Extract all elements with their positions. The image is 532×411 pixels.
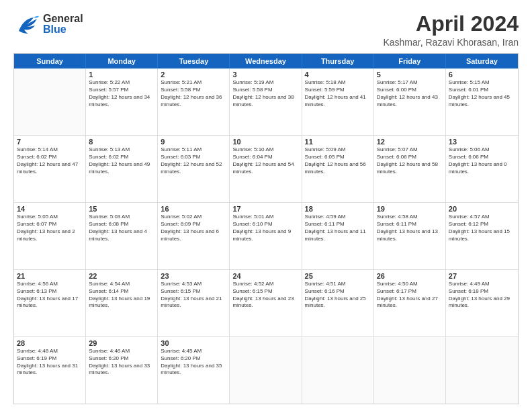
calendar-cell: 14Sunrise: 5:05 AM Sunset: 6:07 PM Dayli… <box>14 203 86 269</box>
calendar-cell: 20Sunrise: 4:57 AM Sunset: 6:12 PM Dayli… <box>446 203 518 269</box>
day-number: 29 <box>89 339 154 347</box>
day-number: 18 <box>305 205 371 213</box>
calendar-cell: 13Sunrise: 5:06 AM Sunset: 6:06 PM Dayli… <box>446 136 518 202</box>
cell-info: Sunrise: 5:10 AM Sunset: 6:04 PM Dayligh… <box>232 146 298 175</box>
day-number: 9 <box>161 138 226 146</box>
day-number: 16 <box>161 205 226 213</box>
subtitle: Kashmar, Razavi Khorasan, Iran <box>383 37 519 48</box>
calendar-cell: 15Sunrise: 5:03 AM Sunset: 6:08 PM Dayli… <box>86 203 158 269</box>
calendar-cell: 25Sunrise: 4:51 AM Sunset: 6:16 PM Dayli… <box>302 270 374 336</box>
cell-info: Sunrise: 5:21 AM Sunset: 5:58 PM Dayligh… <box>161 79 226 108</box>
header-day-sunday: Sunday <box>14 54 86 68</box>
cell-info: Sunrise: 5:07 AM Sunset: 6:06 PM Dayligh… <box>377 146 443 175</box>
calendar-row-4: 28Sunrise: 4:48 AM Sunset: 6:19 PM Dayli… <box>14 337 518 404</box>
day-number: 3 <box>232 71 298 79</box>
calendar-header: SundayMondayTuesdayWednesdayThursdayFrid… <box>14 54 518 68</box>
calendar-cell: 27Sunrise: 4:49 AM Sunset: 6:18 PM Dayli… <box>446 270 518 336</box>
calendar-cell <box>374 337 446 404</box>
calendar-cell: 30Sunrise: 4:45 AM Sunset: 6:20 PM Dayli… <box>158 337 230 404</box>
calendar-cell: 9Sunrise: 5:11 AM Sunset: 6:03 PM Daylig… <box>158 136 230 202</box>
header-day-thursday: Thursday <box>302 54 374 68</box>
day-number: 30 <box>161 339 226 347</box>
calendar-cell: 1Sunrise: 5:22 AM Sunset: 5:57 PM Daylig… <box>86 68 158 135</box>
calendar-cell <box>302 337 374 404</box>
calendar-row-2: 14Sunrise: 5:05 AM Sunset: 6:07 PM Dayli… <box>14 203 518 270</box>
cell-info: Sunrise: 4:58 AM Sunset: 6:11 PM Dayligh… <box>377 214 443 242</box>
calendar-cell <box>446 337 518 404</box>
calendar-cell <box>230 337 302 404</box>
day-number: 14 <box>17 205 83 213</box>
calendar-cell: 8Sunrise: 5:13 AM Sunset: 6:02 PM Daylig… <box>86 136 158 202</box>
calendar-cell: 16Sunrise: 5:02 AM Sunset: 6:09 PM Dayli… <box>158 203 230 269</box>
calendar-cell: 10Sunrise: 5:10 AM Sunset: 6:04 PM Dayli… <box>230 136 302 202</box>
cell-info: Sunrise: 5:01 AM Sunset: 6:10 PM Dayligh… <box>232 214 298 242</box>
cell-info: Sunrise: 5:02 AM Sunset: 6:09 PM Dayligh… <box>161 214 226 242</box>
day-number: 23 <box>161 272 226 280</box>
cell-info: Sunrise: 4:56 AM Sunset: 6:13 PM Dayligh… <box>17 281 83 310</box>
calendar-cell: 26Sunrise: 4:50 AM Sunset: 6:17 PM Dayli… <box>374 270 446 336</box>
day-number: 4 <box>305 71 371 79</box>
header: General Blue April 2024 Kashmar, Razavi … <box>13 12 519 48</box>
calendar-cell <box>14 68 86 135</box>
day-number: 15 <box>89 205 154 213</box>
calendar-cell: 21Sunrise: 4:56 AM Sunset: 6:13 PM Dayli… <box>14 270 86 336</box>
calendar-cell: 2Sunrise: 5:21 AM Sunset: 5:58 PM Daylig… <box>158 68 230 135</box>
cell-info: Sunrise: 5:15 AM Sunset: 6:01 PM Dayligh… <box>449 79 515 108</box>
calendar-cell: 5Sunrise: 5:17 AM Sunset: 6:00 PM Daylig… <box>374 68 446 135</box>
cell-info: Sunrise: 4:48 AM Sunset: 6:19 PM Dayligh… <box>17 348 83 377</box>
calendar-cell: 7Sunrise: 5:14 AM Sunset: 6:02 PM Daylig… <box>14 136 86 202</box>
cell-info: Sunrise: 4:50 AM Sunset: 6:17 PM Dayligh… <box>377 281 443 310</box>
day-number: 8 <box>89 138 154 146</box>
page: General Blue April 2024 Kashmar, Razavi … <box>0 0 532 411</box>
header-day-monday: Monday <box>86 54 158 68</box>
calendar-cell: 6Sunrise: 5:15 AM Sunset: 6:01 PM Daylig… <box>446 68 518 135</box>
day-number: 26 <box>377 272 443 280</box>
day-number: 21 <box>17 272 83 280</box>
cell-info: Sunrise: 4:52 AM Sunset: 6:15 PM Dayligh… <box>232 281 298 310</box>
cell-info: Sunrise: 4:59 AM Sunset: 6:11 PM Dayligh… <box>305 214 371 242</box>
calendar-cell: 29Sunrise: 4:46 AM Sunset: 6:20 PM Dayli… <box>86 337 158 404</box>
calendar-cell: 17Sunrise: 5:01 AM Sunset: 6:10 PM Dayli… <box>230 203 302 269</box>
day-number: 1 <box>89 71 154 79</box>
day-number: 24 <box>232 272 298 280</box>
calendar-cell: 19Sunrise: 4:58 AM Sunset: 6:11 PM Dayli… <box>374 203 446 269</box>
calendar-cell: 12Sunrise: 5:07 AM Sunset: 6:06 PM Dayli… <box>374 136 446 202</box>
day-number: 13 <box>449 138 515 146</box>
day-number: 25 <box>305 272 371 280</box>
cell-info: Sunrise: 4:51 AM Sunset: 6:16 PM Dayligh… <box>305 281 371 310</box>
cell-info: Sunrise: 5:13 AM Sunset: 6:02 PM Dayligh… <box>89 146 154 175</box>
day-number: 20 <box>449 205 515 213</box>
cell-info: Sunrise: 4:46 AM Sunset: 6:20 PM Dayligh… <box>89 348 154 377</box>
main-title: April 2024 <box>383 12 519 36</box>
calendar: SundayMondayTuesdayWednesdayThursdayFrid… <box>13 53 519 404</box>
calendar-body: 1Sunrise: 5:22 AM Sunset: 5:57 PM Daylig… <box>14 68 518 404</box>
logo-blue-text: Blue <box>43 24 83 35</box>
calendar-row-3: 21Sunrise: 4:56 AM Sunset: 6:13 PM Dayli… <box>14 270 518 337</box>
day-number: 10 <box>232 138 298 146</box>
cell-info: Sunrise: 5:14 AM Sunset: 6:02 PM Dayligh… <box>17 146 83 175</box>
day-number: 22 <box>89 272 154 280</box>
cell-info: Sunrise: 5:11 AM Sunset: 6:03 PM Dayligh… <box>161 146 226 175</box>
cell-info: Sunrise: 5:18 AM Sunset: 5:59 PM Dayligh… <box>305 79 371 108</box>
calendar-row-0: 1Sunrise: 5:22 AM Sunset: 5:57 PM Daylig… <box>14 68 518 136</box>
calendar-cell: 18Sunrise: 4:59 AM Sunset: 6:11 PM Dayli… <box>302 203 374 269</box>
cell-info: Sunrise: 4:57 AM Sunset: 6:12 PM Dayligh… <box>449 214 515 242</box>
cell-info: Sunrise: 5:05 AM Sunset: 6:07 PM Dayligh… <box>17 214 83 242</box>
cell-info: Sunrise: 5:19 AM Sunset: 5:58 PM Dayligh… <box>232 79 298 108</box>
header-day-friday: Friday <box>374 54 446 68</box>
day-number: 2 <box>161 71 226 79</box>
cell-info: Sunrise: 5:03 AM Sunset: 6:08 PM Dayligh… <box>89 214 154 242</box>
cell-info: Sunrise: 5:06 AM Sunset: 6:06 PM Dayligh… <box>449 146 515 175</box>
cell-info: Sunrise: 4:54 AM Sunset: 6:14 PM Dayligh… <box>89 281 154 310</box>
calendar-cell: 24Sunrise: 4:52 AM Sunset: 6:15 PM Dayli… <box>230 270 302 336</box>
day-number: 28 <box>17 339 83 347</box>
header-day-tuesday: Tuesday <box>158 54 230 68</box>
day-number: 17 <box>232 205 298 213</box>
calendar-cell: 4Sunrise: 5:18 AM Sunset: 5:59 PM Daylig… <box>302 68 374 135</box>
calendar-cell: 22Sunrise: 4:54 AM Sunset: 6:14 PM Dayli… <box>86 270 158 336</box>
logo-bird-icon <box>13 12 40 36</box>
cell-info: Sunrise: 4:49 AM Sunset: 6:18 PM Dayligh… <box>449 281 515 310</box>
header-day-wednesday: Wednesday <box>230 54 302 68</box>
cell-info: Sunrise: 4:53 AM Sunset: 6:15 PM Dayligh… <box>161 281 226 310</box>
logo: General Blue <box>13 12 83 36</box>
